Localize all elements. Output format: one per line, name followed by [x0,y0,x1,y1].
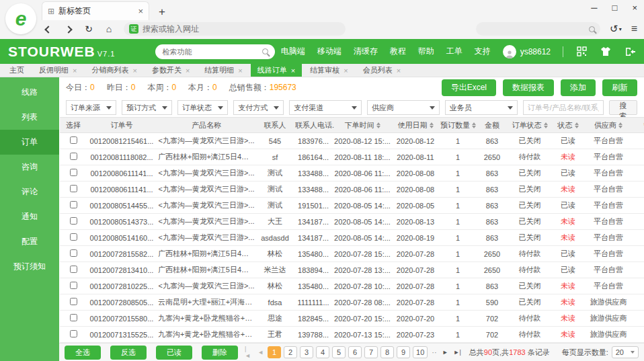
toolbar-button-导出Excel[interactable]: 导出Excel [442,79,496,96]
header-menu-item[interactable]: 帮助 [418,46,434,57]
row-checkbox[interactable] [70,330,77,337]
qr-code-icon[interactable] [575,46,588,58]
browser-logo[interactable]: e [5,3,36,34]
row-checkbox[interactable] [70,314,77,321]
col-header-订单状态[interactable]: 订单状态 [508,118,552,133]
sidebar-item-预订须知[interactable]: 预订须知 [0,254,59,279]
tab-close-icon[interactable]: × [344,67,348,75]
back-button[interactable] [43,24,54,34]
filter-select-订单状态[interactable]: 订单状态 [177,100,228,115]
sort-icon[interactable] [472,122,476,128]
address-input[interactable] [143,24,340,34]
row-checkbox[interactable] [70,136,77,144]
bulk-button-删除[interactable]: 删除 [202,346,238,360]
search-button[interactable]: 搜索 [609,100,637,115]
page-button-1[interactable]: 1 [268,346,281,358]
close-button[interactable]: × [632,3,637,13]
tab-线路订单[interactable]: 线路订单× [251,64,302,77]
row-checkbox[interactable] [70,185,77,192]
last-page-button[interactable]: ►| [452,349,462,356]
sort-icon[interactable] [430,122,434,128]
header-menu-item[interactable]: 移动端 [317,46,341,57]
shirt-icon[interactable] [600,46,612,58]
page-button-3[interactable]: 3 [300,346,313,358]
row-checkbox[interactable] [70,249,77,257]
toolbar-button-刷新[interactable]: 刷新 [602,79,637,96]
row-checkbox[interactable] [70,201,77,208]
tab-close-icon[interactable]: × [138,6,143,16]
first-page-button[interactable]: |◄ [243,346,253,359]
prev-page-button[interactable]: ◄ [256,349,265,356]
function-search-input[interactable] [162,48,258,56]
header-menu-item[interactable]: 教程 [390,46,406,57]
tab-结算审核[interactable]: 结算审核× [303,64,354,77]
col-header-下单时间[interactable]: 下单时间 [333,118,392,133]
address-bar[interactable]: 证 [124,22,346,36]
logout-icon[interactable] [624,46,636,58]
page-button-7[interactable]: 7 [364,346,378,358]
sidebar-item-线路[interactable]: 线路 [0,80,59,105]
sort-icon[interactable] [575,122,579,128]
order-search-input[interactable] [523,100,604,115]
forward-button[interactable] [63,24,74,34]
page-button-8[interactable]: 8 [380,346,394,358]
row-checkbox[interactable] [70,282,77,289]
filter-select-供应商[interactable]: 供应商 [367,100,440,115]
tab-反佣明细[interactable]: 反佣明细× [32,64,83,77]
page-size-select[interactable]: 20 [612,346,639,358]
sort-icon[interactable] [618,122,622,128]
tab-会员列表[interactable]: 会员列表× [356,64,407,77]
tab-主页[interactable]: 主页 [3,64,31,77]
col-header-使用日期[interactable]: 使用日期 [392,118,439,133]
row-checkbox[interactable] [70,266,77,273]
page-button-9[interactable]: 9 [397,346,410,358]
next-page-button[interactable]: ► [441,349,450,356]
home-button[interactable]: ⌂ [104,24,114,34]
col-header-供应商[interactable]: 供应商 [584,118,633,133]
page-button-6[interactable]: 6 [348,346,362,358]
filter-select-订单来源[interactable]: 订单来源 [66,100,116,115]
row-checkbox[interactable] [70,169,77,176]
tab-close-icon[interactable]: × [73,67,77,75]
browser-tab[interactable]: ⊞ 新标签页 × [42,1,149,20]
sidebar-item-咨询[interactable]: 咨询 [0,155,59,179]
tab-close-icon[interactable]: × [186,67,190,75]
sidebar-item-列表[interactable]: 列表 [0,105,59,130]
page-button-4[interactable]: 4 [316,346,329,358]
tab-close-icon[interactable]: × [291,67,295,75]
tab-分销商列表[interactable]: 分销商列表× [85,64,143,77]
bulk-button-已读[interactable]: 已读 [156,346,192,360]
row-checkbox[interactable] [70,153,77,160]
bulk-button-全选[interactable]: 全选 [65,346,101,360]
filter-select-支付方式[interactable]: 支付方式 [233,100,284,115]
sidebar-item-通知[interactable]: 通知 [0,204,59,229]
page-button-2[interactable]: 2 [284,346,297,358]
filter-select-业务员[interactable]: 业务员 [445,100,518,115]
refresh-button[interactable]: ↻ [83,24,94,34]
page-button-5[interactable]: 5 [332,346,346,358]
row-checkbox[interactable] [70,217,77,225]
function-search-box[interactable] [155,44,275,59]
sort-icon[interactable] [544,122,548,128]
header-menu-item[interactable]: 电脑端 [281,46,305,57]
toolbar-button-添加[interactable]: 添加 [561,79,596,96]
header-menu-item[interactable]: 清缓存 [354,46,378,57]
tab-参数开关[interactable]: 参数开关× [145,64,196,77]
sort-icon[interactable] [376,122,380,128]
browser-menu-button[interactable]: ≡ [631,23,637,35]
tab-close-icon[interactable]: × [132,67,136,75]
tab-结算明细[interactable]: 结算明细× [198,64,249,77]
maximize-button[interactable]: □ [612,3,618,13]
user-account[interactable]: ys88612 [503,45,551,58]
toolbar-button-数据报表[interactable]: 数据报表 [503,79,554,96]
tab-close-icon[interactable]: × [397,67,401,75]
sidebar-item-评论[interactable]: 评论 [0,179,59,204]
sidebar-item-配置[interactable]: 配置 [0,229,59,254]
row-checkbox[interactable] [70,233,77,241]
col-header-状态[interactable]: 状态 [552,118,584,133]
bulk-button-反选[interactable]: 反选 [110,346,147,360]
minimize-button[interactable]: ─ [591,3,597,13]
page-button-10[interactable]: 10 [413,346,428,358]
restore-tabs-button[interactable]: ↺▾ [610,23,622,35]
filter-select-预订方式[interactable]: 预订方式 [122,100,172,115]
